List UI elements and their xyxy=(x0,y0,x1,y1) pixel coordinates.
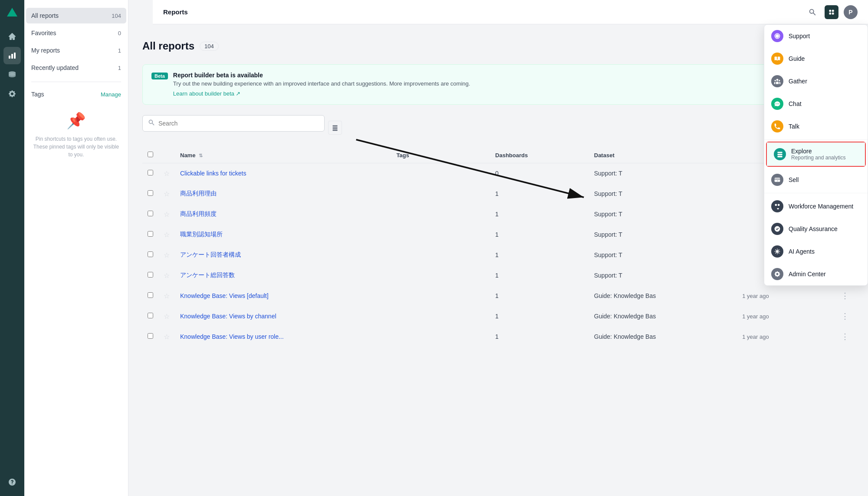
dropdown-item-talk[interactable]: Talk xyxy=(764,115,868,138)
nav-item-database[interactable] xyxy=(3,66,21,83)
report-dataset: Support: T xyxy=(589,163,737,184)
report-dashboards: 1 xyxy=(490,327,589,347)
report-name[interactable]: アンケート総回答数 xyxy=(175,265,391,286)
row-checkbox[interactable] xyxy=(148,272,153,278)
report-name[interactable]: Clickable links for tickets xyxy=(175,163,391,184)
star-icon[interactable]: ☆ xyxy=(164,211,170,218)
star-icon[interactable]: ☆ xyxy=(164,272,170,279)
dropdown-item-text-chat: Chat xyxy=(789,100,861,107)
report-tags xyxy=(391,265,490,286)
header-title: Reports xyxy=(163,8,188,16)
dropdown-item-workforce[interactable]: Workforce Management xyxy=(764,195,868,218)
beta-learn-link[interactable]: Learn about builder beta ↗ xyxy=(173,90,241,97)
page-body: All reports 104 New report Beta Report b… xyxy=(128,24,868,361)
main-container: All reports 104 Favorites 0 My reports 1… xyxy=(24,0,868,496)
dropdown-item-admin[interactable]: Admin Center xyxy=(764,263,868,285)
nav-item-settings[interactable] xyxy=(3,85,21,103)
report-dataset: Support: T xyxy=(589,265,737,286)
row-more-icon[interactable]: ⋮ xyxy=(841,291,849,300)
search-input[interactable] xyxy=(158,120,319,127)
report-tags xyxy=(391,245,490,265)
dropdown-item-text-support: Support xyxy=(789,33,861,40)
report-tags xyxy=(391,184,490,204)
sidebar-item-my-reports[interactable]: My reports 1 xyxy=(26,43,126,58)
reports-table: Name ⇅ Tags Dashboards Dataset ☆ Clickab… xyxy=(142,147,854,347)
row-checkbox[interactable] xyxy=(148,190,153,196)
report-dashboards: 1 xyxy=(490,204,589,225)
nav-item-home[interactable] xyxy=(3,28,21,45)
sidebar-tags-manage[interactable]: Manage xyxy=(101,91,121,98)
row-more-icon[interactable]: ⋮ xyxy=(841,312,849,321)
star-icon[interactable]: ☆ xyxy=(164,333,170,341)
dropdown-item-guide[interactable]: Guide xyxy=(764,47,868,70)
grid-apps-button[interactable] xyxy=(825,5,838,19)
nav-item-reports[interactable] xyxy=(3,47,21,64)
dropdown-item-support[interactable]: Support xyxy=(764,25,868,47)
dropdown-item-ai[interactable]: AI Agents xyxy=(764,240,868,263)
dropdown-item-icon-support xyxy=(771,30,783,42)
report-name[interactable]: 職業別認知場所 xyxy=(175,225,391,245)
col-header-name[interactable]: Name ⇅ xyxy=(175,147,391,163)
report-dashboards: 1 xyxy=(490,245,589,265)
nav-item-help[interactable] xyxy=(3,473,21,491)
dropdown-item-text-ai: AI Agents xyxy=(789,248,861,255)
sidebar-my-reports-label: My reports xyxy=(31,47,60,54)
report-name[interactable]: アンケート回答者構成 xyxy=(175,245,391,265)
row-checkbox[interactable] xyxy=(148,170,153,175)
report-name[interactable]: Knowledge Base: Views by user role... xyxy=(175,327,391,347)
sidebar-item-recently-updated[interactable]: Recently updated 1 xyxy=(26,60,126,76)
star-icon[interactable]: ☆ xyxy=(164,231,170,238)
report-updated: 1 year ago xyxy=(737,306,836,327)
table-row: ☆ アンケート総回答数 1 Support: T ⋮ xyxy=(142,265,854,286)
row-checkbox[interactable] xyxy=(148,211,153,216)
sidebar-favorites-label: Favorites xyxy=(31,30,56,36)
pin-description: Pin shortcuts to tags you often use. The… xyxy=(31,135,121,159)
row-checkbox[interactable] xyxy=(148,292,153,298)
beta-banner: Beta Report builder beta is available Tr… xyxy=(142,64,854,105)
report-name[interactable]: 商品利用頻度 xyxy=(175,204,391,225)
dropdown-item-icon-ai xyxy=(771,245,783,258)
row-checkbox[interactable] xyxy=(148,313,153,318)
row-checkbox[interactable] xyxy=(148,231,153,237)
report-name[interactable]: Knowledge Base: Views [default] xyxy=(175,286,391,306)
star-icon[interactable]: ☆ xyxy=(164,251,170,259)
dropdown-item-sell[interactable]: Sell xyxy=(764,169,868,191)
star-icon[interactable]: ☆ xyxy=(164,170,170,177)
sidebar-item-all-reports[interactable]: All reports 104 xyxy=(26,8,126,23)
dropdown-item-chat[interactable]: Chat xyxy=(764,93,868,115)
report-name[interactable]: Knowledge Base: Views by channel xyxy=(175,306,391,327)
search-icon xyxy=(148,119,155,128)
app-logo[interactable] xyxy=(4,5,20,21)
row-checkbox[interactable] xyxy=(148,333,153,339)
row-more-icon[interactable]: ⋮ xyxy=(841,332,849,341)
dropdown-item-icon-chat xyxy=(771,98,783,110)
report-tags xyxy=(391,225,490,245)
column-layout-button[interactable] xyxy=(328,121,342,135)
report-name[interactable]: 商品利用理由 xyxy=(175,184,391,204)
star-icon[interactable]: ☆ xyxy=(164,190,170,198)
dropdown-item-text-qa: Quality Assurance xyxy=(789,225,861,232)
sidebar-all-reports-count: 104 xyxy=(112,13,121,19)
search-button[interactable] xyxy=(806,5,819,19)
report-dataset: Guide: Knowledge Bas xyxy=(589,306,737,327)
dropdown-item-qa[interactable]: Quality Assurance xyxy=(764,218,868,240)
star-icon[interactable]: ☆ xyxy=(164,292,170,300)
select-all-checkbox[interactable] xyxy=(148,152,153,157)
dropdown-item-text-explore: Explore Reporting and analytics xyxy=(791,148,858,161)
dropdown-item-explore[interactable]: Explore Reporting and analytics xyxy=(767,142,865,166)
table-row: ☆ Knowledge Base: Views [default] 1 Guid… xyxy=(142,286,854,306)
sidebar-item-favorites[interactable]: Favorites 0 xyxy=(26,25,126,41)
table-row: ☆ アンケート回答者構成 1 Support: T ⋮ xyxy=(142,245,854,265)
star-icon[interactable]: ☆ xyxy=(164,313,170,320)
report-updated: 1 year ago xyxy=(737,286,836,306)
dropdown-item-text-gather: Gather xyxy=(789,78,861,85)
table-row: ☆ 職業別認知場所 1 Support: T ⋮ xyxy=(142,225,854,245)
sidebar-divider xyxy=(31,82,121,82)
table-row: ☆ 商品利用頻度 1 Support: T ⋮ xyxy=(142,204,854,225)
user-avatar[interactable]: P xyxy=(844,5,858,19)
col-header-dataset: Dataset xyxy=(589,147,737,163)
report-tags xyxy=(391,204,490,225)
row-checkbox[interactable] xyxy=(148,251,153,257)
dropdown-item-text-workforce: Workforce Management xyxy=(789,203,861,210)
dropdown-item-gather[interactable]: Gather xyxy=(764,70,868,93)
